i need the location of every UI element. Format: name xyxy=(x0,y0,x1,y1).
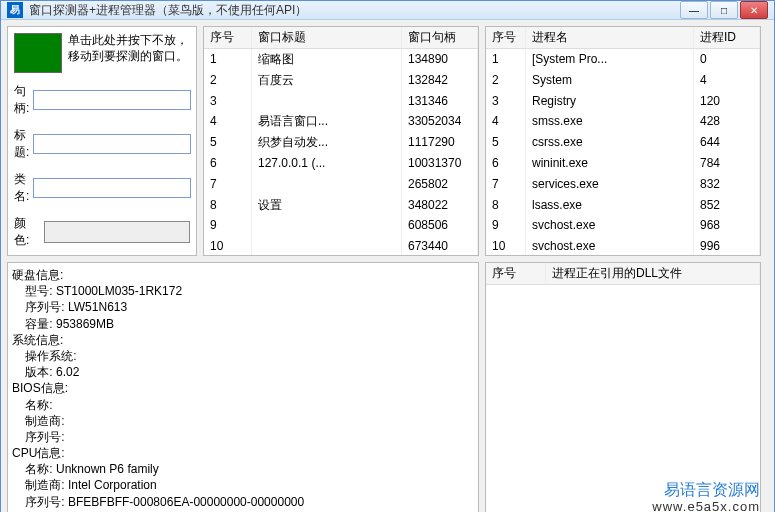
list-item[interactable]: 3Registry120 xyxy=(486,91,760,112)
list-item[interactable]: 4易语言窗口...33052034 xyxy=(204,111,478,132)
color-label: 颜色: xyxy=(14,215,40,249)
processes-panel: 序号 进程名 进程ID 1[System Pro...02System43Reg… xyxy=(485,26,761,256)
handle-label: 句柄: xyxy=(14,83,29,117)
minimize-button[interactable]: — xyxy=(680,1,708,19)
finder-hint: 单击此处并按下不放，移动到要探测的窗口。 xyxy=(68,33,190,73)
list-item[interactable]: 2百度云132842 xyxy=(204,70,478,91)
windows-list[interactable]: 1缩略图1348902百度云13284231313464易语言窗口...3305… xyxy=(204,49,478,255)
titlebar: 易 窗口探测器+进程管理器（菜鸟版，不使用任何API） — □ ✕ xyxy=(1,1,774,20)
sysinfo-panel: 硬盘信息: 型号: ST1000LM035-1RK172 序列号: LW51N6… xyxy=(7,262,479,512)
windows-header: 序号 窗口标题 窗口句柄 xyxy=(204,27,478,49)
list-item[interactable]: 2System4 xyxy=(486,70,760,91)
list-item[interactable]: 5csrss.exe644 xyxy=(486,132,760,153)
color-box xyxy=(44,221,190,243)
class-input[interactable] xyxy=(33,178,191,198)
close-button[interactable]: ✕ xyxy=(740,1,768,19)
content-area: 单击此处并按下不放，移动到要探测的窗口。 句柄: 标题: 类名: 颜色: 序号 … xyxy=(1,20,774,512)
windows-panel: 序号 窗口标题 窗口句柄 1缩略图1348902百度云1328423131346… xyxy=(203,26,479,256)
list-item[interactable]: 9608506 xyxy=(204,215,478,236)
list-item[interactable]: 4smss.exe428 xyxy=(486,111,760,132)
list-item[interactable]: 6wininit.exe784 xyxy=(486,153,760,174)
dll-list[interactable] xyxy=(486,285,760,512)
title-label: 标题: xyxy=(14,127,29,161)
list-item[interactable]: 10673440 xyxy=(204,236,478,255)
list-item[interactable]: 1缩略图134890 xyxy=(204,49,478,70)
finder-dragger[interactable] xyxy=(14,33,62,73)
class-label: 类名: xyxy=(14,171,29,205)
app-window: 易 窗口探测器+进程管理器（菜鸟版，不使用任何API） — □ ✕ 单击此处并按… xyxy=(0,0,775,512)
list-item[interactable]: 8设置348022 xyxy=(204,195,478,216)
handle-input[interactable] xyxy=(33,90,191,110)
dll-header: 序号 进程正在引用的DLL文件 xyxy=(486,263,760,285)
list-item[interactable]: 8lsass.exe852 xyxy=(486,195,760,216)
maximize-button[interactable]: □ xyxy=(710,1,738,19)
inspector-panel: 单击此处并按下不放，移动到要探测的窗口。 句柄: 标题: 类名: 颜色: xyxy=(7,26,197,256)
title-input[interactable] xyxy=(33,134,191,154)
list-item[interactable]: 3131346 xyxy=(204,91,478,112)
list-item[interactable]: 7services.exe832 xyxy=(486,174,760,195)
app-icon: 易 xyxy=(7,2,23,18)
list-item[interactable]: 1[System Pro...0 xyxy=(486,49,760,70)
processes-list[interactable]: 1[System Pro...02System43Registry1204sms… xyxy=(486,49,760,255)
watermark: 易语言资源网 www.e5a5x.com xyxy=(652,480,760,512)
list-item[interactable]: 6127.0.0.1 (...10031370 xyxy=(204,153,478,174)
window-title: 窗口探测器+进程管理器（菜鸟版，不使用任何API） xyxy=(29,2,680,19)
dll-panel: 序号 进程正在引用的DLL文件 xyxy=(485,262,761,512)
list-item[interactable]: 9svchost.exe968 xyxy=(486,215,760,236)
list-item[interactable]: 10svchost.exe996 xyxy=(486,236,760,255)
list-item[interactable]: 5织梦自动发...1117290 xyxy=(204,132,478,153)
list-item[interactable]: 7265802 xyxy=(204,174,478,195)
processes-header: 序号 进程名 进程ID xyxy=(486,27,760,49)
